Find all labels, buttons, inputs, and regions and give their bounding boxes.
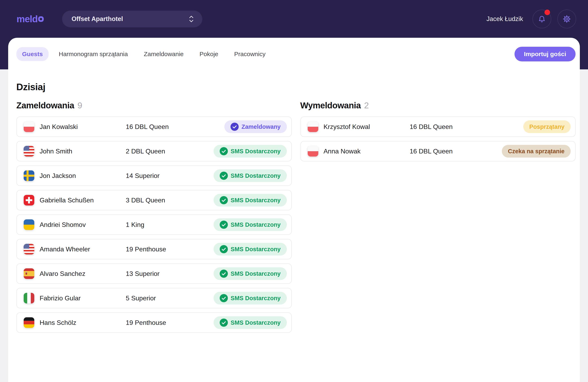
columns: Zameldowania9 Jan Kowalski 16 DBL Queen …: [16, 101, 576, 337]
checkouts-count: 2: [364, 101, 369, 110]
checkins-section: Zameldowania9 Jan Kowalski 16 DBL Queen …: [16, 101, 292, 337]
checkouts-section: Wymeldowania2 Krzysztof Kowal 16 DBL Que…: [300, 101, 576, 337]
guest-row[interactable]: Gabriella Schußen 3 DBL Queen SMS Dostar…: [16, 190, 292, 210]
check-circle-icon: [231, 123, 239, 131]
gear-icon: [562, 15, 571, 23]
guest-name: John Smith: [40, 147, 121, 155]
bell-icon: [538, 15, 546, 23]
status-badge-label: SMS Dostarczony: [231, 221, 281, 228]
poland-flag-icon: [308, 121, 318, 132]
tab-pokoje[interactable]: Pokoje: [194, 47, 224, 61]
check-circle-icon: [220, 319, 228, 327]
status-badge: SMS Dostarczony: [213, 316, 287, 329]
ukraine-flag-icon: [24, 219, 34, 230]
status-badge: SMS Dostarczony: [213, 292, 287, 304]
check-circle-icon: [220, 245, 228, 253]
guest-name: Jan Kowalski: [40, 123, 121, 131]
guest-row[interactable]: Jon Jackson 14 Superior SMS Dostarczony: [16, 165, 292, 186]
property-selector-value: Offset Aparthotel: [71, 15, 123, 23]
checkouts-heading: Wymeldowania2: [300, 101, 576, 110]
tab-zameldowanie[interactable]: Zameldowanie: [138, 47, 189, 61]
checkins-count: 9: [77, 101, 82, 110]
checkins-list: Jan Kowalski 16 DBL Queen Zameldowany Jo…: [16, 117, 292, 333]
tabs: GuestsHarmonogram sprzątaniaZameldowanie…: [16, 47, 276, 61]
guest-room: 14 Superior: [126, 172, 208, 180]
usa-flag-icon: [24, 244, 34, 255]
status-badge-label: SMS Dostarczony: [231, 319, 281, 326]
germany-flag-icon: [24, 317, 34, 328]
guest-room: 1 King: [126, 221, 208, 229]
guest-name: Anna Nowak: [324, 147, 404, 155]
status-badge-label: SMS Dostarczony: [231, 270, 281, 277]
check-circle-icon: [220, 196, 228, 204]
status-badge: SMS Dostarczony: [213, 169, 287, 182]
status-badge-label: Czeka na sprzątanie: [508, 148, 565, 155]
guest-room: 2 DBL Queen: [126, 147, 208, 155]
guest-name: Jon Jackson: [40, 172, 121, 180]
guest-row[interactable]: Anna Nowak 16 DBL Queen Czeka na sprząta…: [300, 141, 576, 161]
poland-flag-icon: [24, 121, 34, 132]
tab-harmonogram-sprzątania[interactable]: Harmonogram sprzątania: [53, 47, 133, 61]
guest-room: 19 Penthouse: [126, 319, 208, 326]
guest-name: Amanda Wheeler: [40, 245, 121, 253]
app-logo: meld: [17, 14, 44, 24]
check-circle-icon: [220, 172, 228, 180]
check-circle-icon: [220, 294, 228, 302]
status-badge: SMS Dostarczony: [213, 194, 287, 206]
guest-row[interactable]: Amanda Wheeler 19 Penthouse SMS Dostarcz…: [16, 239, 292, 259]
guest-row[interactable]: Hans Schölz 19 Penthouse SMS Dostarczony: [16, 312, 292, 333]
status-badge: SMS Dostarczony: [213, 243, 287, 256]
status-badge-label: SMS Dostarczony: [231, 197, 281, 204]
property-selector[interactable]: Offset Aparthotel: [62, 11, 202, 27]
guest-row[interactable]: Jan Kowalski 16 DBL Queen Zameldowany: [16, 117, 292, 137]
chevron-updown-icon: [189, 14, 194, 24]
checkouts-list: Krzysztof Kowal 16 DBL Queen Posprzątany…: [300, 117, 576, 161]
import-guests-button[interactable]: Importuj gości: [514, 47, 576, 61]
status-badge-label: SMS Dostarczony: [231, 246, 281, 253]
guest-room: 16 DBL Queen: [410, 147, 497, 155]
status-badge: Czeka na sprzątanie: [502, 145, 571, 158]
status-badge: Zameldowany: [224, 121, 287, 133]
tab-pracownicy[interactable]: Pracownicy: [229, 47, 271, 61]
top-bar-content: meld Offset Aparthotel Jacek Łudzik: [0, 0, 588, 38]
top-bar-right: Jacek Łudzik: [486, 10, 576, 28]
guest-name: Andriei Shomov: [40, 221, 121, 229]
guest-name: Alvaro Sanchez: [40, 270, 121, 278]
status-badge: SMS Dostarczony: [213, 218, 287, 231]
guest-room: 19 Penthouse: [126, 245, 208, 253]
usa-flag-icon: [24, 146, 34, 157]
guest-room: 5 Superior: [126, 294, 208, 302]
status-badge-label: Zameldowany: [242, 123, 281, 130]
guest-row[interactable]: John Smith 2 DBL Queen SMS Dostarczony: [16, 141, 292, 161]
guest-room: 3 DBL Queen: [126, 197, 208, 204]
poland-flag-icon: [308, 146, 318, 157]
tab-guests[interactable]: Guests: [16, 47, 49, 61]
status-badge-label: SMS Dostarczony: [231, 148, 281, 155]
checkins-heading: Zameldowania9: [16, 101, 292, 110]
notifications-button[interactable]: [532, 10, 551, 28]
guest-room: 16 DBL Queen: [410, 123, 518, 131]
guest-room: 16 DBL Queen: [126, 123, 219, 131]
logo-o-glyph: [38, 16, 44, 22]
switzerland-flag-icon: [24, 195, 34, 205]
spain-flag-icon: [24, 268, 34, 279]
status-badge: Posprzątany: [523, 121, 571, 133]
main-panel: GuestsHarmonogram sprzątaniaZameldowanie…: [8, 38, 580, 382]
guest-row[interactable]: Alvaro Sanchez 13 Superior SMS Dostarczo…: [16, 263, 292, 284]
app-logo-text: meld: [17, 14, 38, 24]
guest-row[interactable]: Fabrizio Gular 5 Superior SMS Dostarczon…: [16, 288, 292, 308]
status-badge: SMS Dostarczony: [213, 145, 287, 158]
user-name: Jacek Łudzik: [486, 15, 523, 23]
settings-button[interactable]: [557, 10, 576, 28]
guest-row[interactable]: Andriei Shomov 1 King SMS Dostarczony: [16, 215, 292, 235]
italy-flag-icon: [24, 293, 34, 303]
tabs-row: GuestsHarmonogram sprzątaniaZameldowanie…: [16, 46, 576, 62]
checkins-title: Zameldowania: [16, 101, 74, 110]
status-badge: SMS Dostarczony: [213, 267, 287, 280]
notification-dot: [545, 10, 550, 15]
guest-name: Fabrizio Gular: [40, 294, 121, 302]
status-badge-label: Posprzątany: [529, 123, 565, 130]
check-circle-icon: [220, 147, 228, 155]
guest-row[interactable]: Krzysztof Kowal 16 DBL Queen Posprzątany: [300, 117, 576, 137]
guest-name: Krzysztof Kowal: [324, 123, 404, 131]
